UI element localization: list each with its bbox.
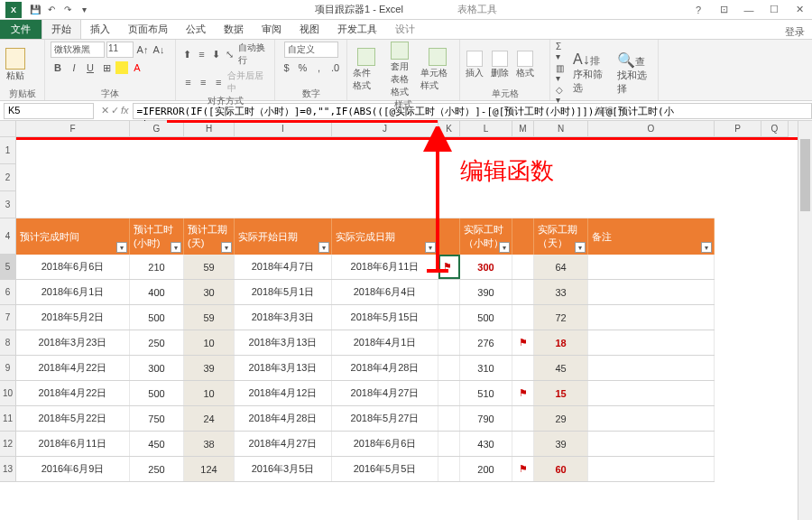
cell[interactable]: 200 <box>460 457 512 481</box>
cell[interactable]: 72 <box>534 305 588 330</box>
font-size-select[interactable]: 11 <box>106 42 134 58</box>
scrollbar-thumb[interactable] <box>800 139 810 211</box>
cell[interactable]: 500 <box>460 305 512 330</box>
col-header-O[interactable]: O <box>588 121 715 137</box>
cell[interactable] <box>588 356 715 380</box>
tab-data[interactable]: 数据 <box>215 20 253 39</box>
minimize-icon[interactable]: — <box>736 1 761 19</box>
clear-icon[interactable]: ◇ ▾ <box>556 85 564 105</box>
cell[interactable]: 276 <box>460 330 512 355</box>
col-header-L[interactable]: L <box>460 121 512 137</box>
cell[interactable] <box>588 305 715 330</box>
cell[interactable]: 2018年5月2日 <box>16 305 130 330</box>
cell[interactable] <box>438 406 460 431</box>
cell[interactable]: 38 <box>184 432 235 456</box>
cell[interactable]: 2018年4月22日 <box>16 356 130 380</box>
cell[interactable] <box>512 432 534 456</box>
undo-icon[interactable]: ↶ <box>45 4 58 16</box>
cell[interactable]: 2018年4月12日 <box>235 381 332 405</box>
cell[interactable]: 15 <box>534 381 588 405</box>
table-header-O[interactable]: 备注▾ <box>588 218 715 255</box>
filter-dropdown-icon[interactable]: ▾ <box>425 242 436 253</box>
cell[interactable]: 39 <box>534 432 588 456</box>
qat-dropdown-icon[interactable]: ▾ <box>78 4 90 16</box>
enter-formula-icon[interactable]: ✓ <box>111 105 119 116</box>
comma-icon[interactable]: , <box>312 60 327 75</box>
table-header-L[interactable]: 实际工时 （小时）▾ <box>460 218 512 255</box>
cell[interactable] <box>438 356 460 380</box>
increase-font-icon[interactable]: A↑ <box>135 42 150 57</box>
cell[interactable]: 2018年6月4日 <box>332 280 438 304</box>
align-left-icon[interactable]: ≡ <box>181 75 195 89</box>
table-header-F[interactable]: 预计完成时间▾ <box>16 218 130 255</box>
row-header-8[interactable]: 8 <box>0 330 16 356</box>
cell[interactable] <box>512 255 534 279</box>
signin-link[interactable]: 登录 <box>785 25 805 39</box>
cell[interactable]: 300 <box>460 255 512 279</box>
cell[interactable]: 2018年6月1日 <box>16 280 130 304</box>
name-box[interactable]: K5 <box>4 103 94 119</box>
maximize-icon[interactable]: ☐ <box>761 1 787 19</box>
cell[interactable] <box>438 305 460 330</box>
tab-dev[interactable]: 开发工具 <box>328 20 386 39</box>
table-header-J[interactable]: 实际完成日期▾ <box>332 218 438 255</box>
cell[interactable]: 124 <box>184 457 235 481</box>
cell[interactable]: 750 <box>130 406 184 431</box>
cell[interactable] <box>588 406 715 431</box>
cell[interactable]: 10 <box>184 381 235 405</box>
conditional-format-button[interactable]: 条件格式 <box>353 48 380 92</box>
cell[interactable] <box>512 305 534 330</box>
cell[interactable]: 310 <box>460 356 512 380</box>
col-header-M[interactable]: M <box>512 121 534 137</box>
tab-file[interactable]: 文件 <box>0 20 42 39</box>
autosum-icon[interactable]: Σ ▾ <box>556 42 564 61</box>
cell[interactable]: 2018年4月27日 <box>332 381 438 405</box>
cell[interactable]: 500 <box>130 305 184 330</box>
cell[interactable]: 790 <box>460 406 512 431</box>
cell[interactable]: 450 <box>130 432 184 456</box>
row-header-1[interactable]: 1 <box>0 137 16 164</box>
cell[interactable]: 2018年6月6日 <box>332 432 438 456</box>
cell[interactable]: 24 <box>184 406 235 431</box>
cell[interactable]: 430 <box>460 432 512 456</box>
col-header-H[interactable]: H <box>184 121 235 137</box>
fill-icon[interactable]: ▥ ▾ <box>556 63 564 83</box>
cell-styles-button[interactable]: 单元格样式 <box>420 48 454 92</box>
cell[interactable]: 2018年3月23日 <box>16 330 130 355</box>
table-format-button[interactable]: 套用 表格格式 <box>387 42 414 98</box>
cell[interactable] <box>588 432 715 456</box>
table-header-G[interactable]: 预计工时 (小时)▾ <box>130 218 184 255</box>
cell[interactable]: 10 <box>184 330 235 355</box>
paste-button[interactable]: 粘贴 <box>5 48 25 82</box>
cell[interactable]: 29 <box>534 406 588 431</box>
align-middle-icon[interactable]: ≡ <box>196 47 208 61</box>
row-header-9[interactable]: 9 <box>0 356 16 381</box>
wrap-text-button[interactable]: 自动换行 <box>238 42 269 67</box>
cell[interactable] <box>512 356 534 380</box>
insert-cells-button[interactable]: 插入 <box>466 51 484 79</box>
row-header-12[interactable]: 12 <box>0 432 16 457</box>
font-color-button[interactable]: A <box>130 60 144 75</box>
filter-dropdown-icon[interactable]: ▾ <box>171 242 181 253</box>
cell[interactable]: 64 <box>534 255 588 279</box>
sort-filter-button[interactable]: A↓排序和筛选 <box>573 51 608 95</box>
save-icon[interactable]: 💾 <box>29 4 42 16</box>
merge-button[interactable]: 合并后居中 <box>227 70 269 95</box>
number-format-select[interactable]: 自定义 <box>284 42 338 58</box>
tab-view[interactable]: 视图 <box>291 20 328 39</box>
cell[interactable]: 500 <box>130 381 184 405</box>
cell[interactable]: 390 <box>460 280 512 304</box>
cell[interactable]: 2018年5月1日 <box>235 280 332 304</box>
border-button[interactable]: ⊞ <box>99 60 114 75</box>
cell[interactable]: 300 <box>130 356 184 380</box>
cell[interactable]: 2018年6月11日 <box>16 432 130 456</box>
align-top-icon[interactable]: ⬆ <box>181 47 194 61</box>
cell[interactable]: 2018年3月3日 <box>235 305 332 330</box>
cell[interactable]: 2018年4月27日 <box>235 432 332 456</box>
col-header-I[interactable]: I <box>235 121 332 137</box>
font-name-select[interactable]: 微软雅黑 <box>51 42 105 58</box>
cell[interactable]: 2018年4月1日 <box>332 330 438 355</box>
tab-layout[interactable]: 页面布局 <box>119 20 177 39</box>
tab-review[interactable]: 审阅 <box>253 20 291 39</box>
cell[interactable] <box>438 330 460 355</box>
